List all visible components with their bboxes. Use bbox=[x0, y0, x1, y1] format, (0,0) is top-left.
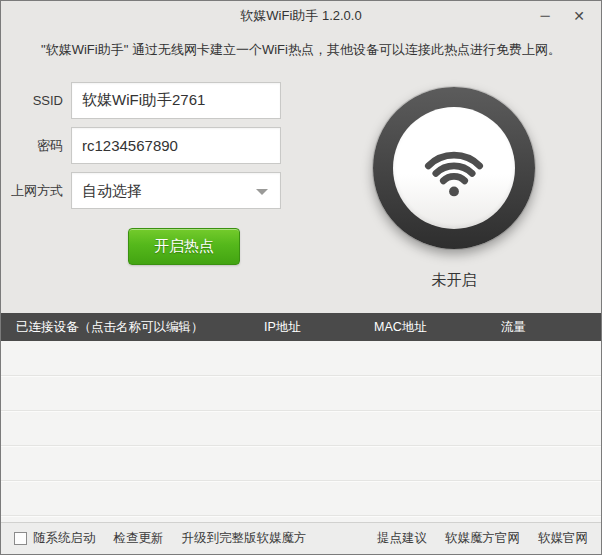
status-badge: 未开启 bbox=[373, 271, 535, 290]
footer-bar: 随系统启动 检查更新 升级到完整版软媒魔方 提点建议 软媒魔方官网 软媒官网 bbox=[1, 522, 601, 554]
feedback-link[interactable]: 提点建议 bbox=[377, 530, 427, 547]
mofang-site-link[interactable]: 软媒魔方官网 bbox=[445, 530, 520, 547]
column-traffic: 流量 bbox=[501, 313, 526, 341]
wifi-icon bbox=[416, 137, 492, 199]
wifi-status-inner bbox=[393, 107, 515, 229]
check-update-link[interactable]: 检查更新 bbox=[114, 530, 164, 547]
table-row bbox=[1, 341, 601, 376]
column-mac: MAC地址 bbox=[374, 313, 427, 341]
autostart-toggle[interactable]: 随系统启动 bbox=[14, 530, 96, 547]
ssid-row: SSID bbox=[1, 82, 281, 119]
hotspot-status-area: 未开启 bbox=[373, 87, 535, 290]
window-title: 软媒WiFi助手 1.2.0.0 bbox=[1, 1, 601, 31]
connected-devices-table bbox=[1, 341, 601, 524]
table-row bbox=[1, 481, 601, 516]
official-site-link[interactable]: 软媒官网 bbox=[538, 530, 588, 547]
mode-row: 上网方式 自动选择 bbox=[1, 172, 281, 209]
footer-right-links: 提点建议 软媒魔方官网 软媒官网 bbox=[377, 530, 588, 547]
table-row bbox=[1, 411, 601, 446]
chevron-down-icon bbox=[256, 189, 268, 195]
ssid-input[interactable] bbox=[71, 82, 281, 119]
titlebar: 软媒WiFi助手 1.2.0.0 ─ ✕ bbox=[1, 1, 601, 31]
password-input[interactable] bbox=[71, 127, 281, 164]
minimize-icon[interactable]: ─ bbox=[531, 3, 559, 29]
wifi-status-ring bbox=[373, 87, 535, 249]
autostart-label: 随系统启动 bbox=[33, 530, 96, 547]
mode-selected-value: 自动选择 bbox=[82, 182, 142, 199]
checkbox-unchecked-icon[interactable] bbox=[14, 532, 27, 545]
mode-label: 上网方式 bbox=[1, 182, 71, 200]
ssid-label: SSID bbox=[1, 93, 71, 108]
password-label: 密码 bbox=[1, 137, 71, 155]
table-row bbox=[1, 376, 601, 411]
connected-devices-header: 已连接设备（点击名称可以编辑） IP地址 MAC地址 流量 bbox=[1, 313, 601, 341]
upgrade-link[interactable]: 升级到完整版软媒魔方 bbox=[182, 530, 307, 547]
start-hotspot-button[interactable]: 开启热点 bbox=[128, 228, 240, 265]
table-row bbox=[1, 446, 601, 481]
mode-select[interactable]: 自动选择 bbox=[71, 172, 281, 209]
password-row: 密码 bbox=[1, 127, 281, 164]
app-window: 软媒WiFi助手 1.2.0.0 ─ ✕ "软媒WiFi助手" 通过无线网卡建立… bbox=[0, 0, 602, 555]
close-icon[interactable]: ✕ bbox=[565, 3, 593, 29]
app-description: "软媒WiFi助手" 通过无线网卡建立一个WiFi热点，其他设备可以连接此热点进… bbox=[1, 41, 601, 59]
column-device: 已连接设备（点击名称可以编辑） bbox=[16, 313, 204, 341]
column-ip: IP地址 bbox=[264, 313, 301, 341]
